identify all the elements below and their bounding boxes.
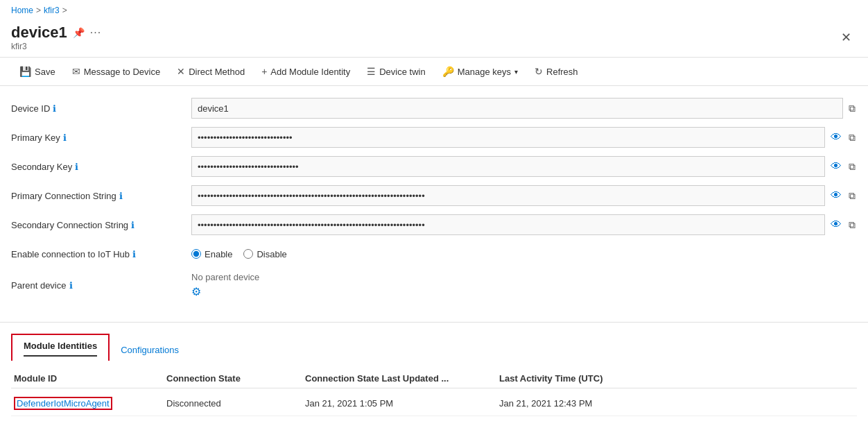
tab-module-identities[interactable]: Module Identities (11, 334, 110, 361)
secondary-conn-control: 👁 ⧉ (191, 214, 857, 235)
primary-conn-copy-icon[interactable]: ⧉ (847, 189, 857, 203)
breadcrumb-home[interactable]: Home (11, 6, 33, 15)
col-connection-state: Connection State (164, 373, 302, 384)
device-id-control: ⧉ (191, 98, 857, 119)
direct-method-icon: ✕ (177, 66, 185, 77)
enable-radio-label[interactable]: Enable (191, 249, 232, 259)
secondary-key-label: Secondary Key ℹ (11, 162, 191, 172)
col-module-id: Module ID (11, 373, 164, 384)
secondary-key-eye-icon[interactable]: 👁 (829, 159, 843, 174)
primary-connection-string-row: Primary Connection String ℹ 👁 ⧉ (11, 185, 857, 207)
primary-key-copy-icon[interactable]: ⧉ (847, 130, 857, 145)
primary-conn-control: 👁 ⧉ (191, 185, 857, 206)
form-area: Device ID ℹ ⧉ Primary Key ℹ 👁 ⧉ Secon (0, 97, 868, 305)
secondary-connection-string-row: Secondary Connection String ℹ 👁 ⧉ (11, 214, 857, 236)
secondary-conn-copy-icon[interactable]: ⧉ (847, 218, 857, 232)
parent-device-gear-icon[interactable]: ⚙ (191, 285, 259, 298)
pin-icon[interactable]: 📌 (73, 27, 85, 38)
enable-connection-row: Enable connection to IoT Hub ℹ Enable Di… (11, 243, 857, 265)
primary-conn-info-icon[interactable]: ℹ (119, 191, 123, 201)
secondary-key-row: Secondary Key ℹ 👁 ⧉ (11, 155, 857, 178)
tab-configurations[interactable]: Configurations (110, 339, 190, 361)
table-row: DefenderIotMicroAgent Disconnected Jan 2… (11, 391, 857, 416)
manage-keys-icon: 🔑 (442, 66, 454, 77)
device-twin-icon: ☰ (367, 66, 376, 77)
manage-keys-chevron-icon: ▾ (514, 68, 518, 76)
connection-state-cell: Disconnected (164, 398, 302, 409)
primary-key-eye-icon[interactable]: 👁 (829, 130, 843, 145)
page-title: device1 (11, 24, 67, 42)
table-section: Module ID Connection State Connection St… (0, 361, 868, 425)
parent-device-value: No parent device (191, 272, 259, 282)
primary-conn-input[interactable] (191, 185, 825, 206)
table-header: Module ID Connection State Connection St… (11, 369, 857, 388)
device-id-info-icon[interactable]: ℹ (53, 103, 56, 114)
parent-device-row: Parent device ℹ No parent device ⚙ (11, 272, 857, 298)
secondary-key-copy-icon[interactable]: ⧉ (847, 160, 857, 174)
enable-connection-control: Enable Disable (191, 249, 857, 259)
primary-key-control: 👁 ⧉ (191, 127, 857, 148)
device-id-copy-icon[interactable]: ⧉ (847, 101, 857, 116)
secondary-key-info-icon[interactable]: ℹ (75, 162, 78, 172)
module-id-cell: DefenderIotMicroAgent (11, 397, 164, 410)
module-id-link[interactable]: DefenderIotMicroAgent (14, 397, 112, 410)
page-header: device1 📌 ··· kfir3 ✕ (0, 21, 868, 57)
parent-device-label: Parent device ℹ (11, 280, 191, 291)
secondary-connection-string-label: Secondary Connection String ℹ (11, 220, 191, 230)
refresh-icon: ↻ (535, 66, 543, 77)
device-twin-button[interactable]: ☰ Device twin (358, 62, 433, 81)
primary-conn-eye-icon[interactable]: 👁 (829, 188, 843, 203)
save-icon: 💾 (19, 66, 31, 77)
breadcrumb-kfir3[interactable]: kfir3 (44, 6, 60, 15)
secondary-key-control: 👁 ⧉ (191, 156, 857, 177)
more-options-icon[interactable]: ··· (90, 26, 101, 39)
close-button[interactable]: ✕ (835, 30, 857, 45)
disable-radio[interactable] (243, 249, 253, 259)
primary-key-info-icon[interactable]: ℹ (63, 132, 67, 143)
direct-method-button[interactable]: ✕ Direct Method (168, 62, 253, 81)
primary-key-row: Primary Key ℹ 👁 ⧉ (11, 126, 857, 148)
enable-disable-radio-group: Enable Disable (191, 249, 287, 259)
parent-device-control: No parent device ⚙ (191, 272, 857, 298)
device-id-row: Device ID ℹ ⧉ (11, 97, 857, 119)
tabs: Module Identities Configurations (11, 334, 857, 361)
disable-radio-label[interactable]: Disable (243, 249, 286, 259)
secondary-conn-input[interactable] (191, 214, 825, 235)
parent-device-info-icon[interactable]: ℹ (69, 280, 73, 291)
enable-connection-label: Enable connection to IoT Hub ℹ (11, 249, 191, 259)
add-icon: + (261, 66, 267, 77)
primary-key-input[interactable] (191, 127, 825, 148)
col-last-activity: Last Activity Time (UTC) (496, 373, 857, 384)
enable-radio[interactable] (191, 249, 201, 259)
enable-connection-info-icon[interactable]: ℹ (132, 249, 136, 259)
tabs-section: Module Identities Configurations (0, 322, 868, 361)
message-icon: ✉ (72, 66, 80, 77)
save-button[interactable]: 💾 Save (11, 62, 64, 81)
secondary-conn-eye-icon[interactable]: 👁 (829, 217, 843, 232)
form-content: Device ID ℹ ⧉ Primary Key ℹ 👁 ⧉ Secon (0, 86, 868, 316)
secondary-key-input[interactable] (191, 156, 825, 177)
breadcrumb-sep1: > (36, 6, 41, 15)
last-updated-cell: Jan 21, 2021 1:05 PM (302, 398, 496, 409)
last-activity-cell: Jan 21, 2021 12:43 PM (496, 398, 857, 409)
refresh-button[interactable]: ↻ Refresh (526, 62, 587, 81)
page-subtitle: kfir3 (11, 42, 101, 51)
message-to-device-button[interactable]: ✉ Message to Device (64, 62, 169, 81)
manage-keys-button[interactable]: 🔑 Manage keys ▾ (434, 62, 526, 81)
device-id-label: Device ID ℹ (11, 103, 191, 114)
add-module-identity-button[interactable]: + Add Module Identity (253, 62, 358, 81)
device-id-input[interactable] (191, 98, 843, 119)
toolbar: 💾 Save ✉ Message to Device ✕ Direct Meth… (0, 57, 868, 86)
breadcrumb-sep2: > (62, 6, 67, 15)
parent-device-area: No parent device ⚙ (191, 272, 259, 298)
primary-connection-string-label: Primary Connection String ℹ (11, 191, 191, 201)
col-last-updated: Connection State Last Updated ... (302, 373, 496, 384)
secondary-conn-info-icon[interactable]: ℹ (131, 220, 134, 230)
breadcrumb: Home > kfir3 > (0, 0, 868, 21)
primary-key-label: Primary Key ℹ (11, 132, 191, 143)
